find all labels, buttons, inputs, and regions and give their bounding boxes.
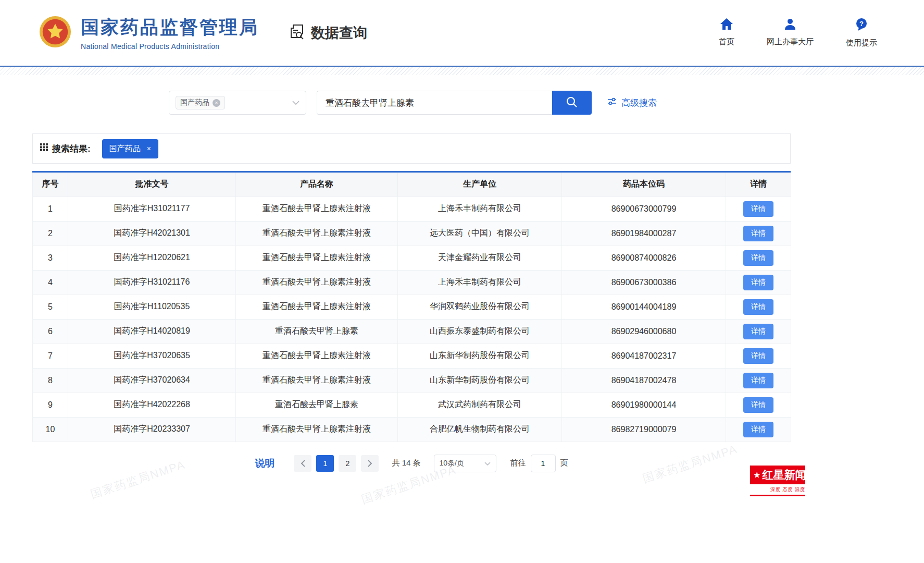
cell-approval-number: 国药准字H42022268 — [68, 393, 236, 417]
redstar-underline — [750, 495, 805, 496]
cell-product-name: 重酒石酸去甲肾上腺素注射液 — [236, 270, 398, 295]
advanced-search-link[interactable]: 高级搜索 — [607, 97, 657, 109]
detail-button[interactable]: 详情 — [743, 422, 773, 437]
cell-detail: 详情 — [726, 368, 791, 393]
cell-approval-number: 国药准字H14020819 — [68, 319, 236, 344]
cell-product-name: 重酒石酸去甲肾上腺素注射液 — [236, 197, 398, 221]
org-name-cn: 国家药品监督管理局 — [81, 15, 259, 40]
cell-detail: 详情 — [726, 246, 791, 270]
svg-text:?: ? — [859, 20, 864, 28]
cell-approval-number: 国药准字H37020634 — [68, 368, 236, 393]
search-input[interactable] — [317, 91, 552, 115]
results-filter-tag: 国产药品 × — [102, 139, 158, 158]
cell-product-name: 重酒石酸去甲肾上腺素注射液 — [236, 368, 398, 393]
goto-page-input[interactable] — [531, 455, 556, 472]
cell-product-name: 重酒石酸去甲肾上腺素注射液 — [236, 221, 398, 246]
cell-detail: 详情 — [726, 270, 791, 295]
cell-approval-number: 国药准字H31021177 — [68, 197, 236, 221]
nav-home[interactable]: 首页 — [719, 18, 734, 48]
cell-drug-code: 86900874000826 — [562, 246, 726, 270]
detail-button[interactable]: 详情 — [743, 226, 773, 241]
decorative-hatch-strip — [0, 67, 924, 75]
table-row: 10国药准字H20233307重酒石酸去甲肾上腺素注射液合肥亿帆生物制药有限公司… — [33, 417, 791, 442]
cell-product-name: 重酒石酸去甲肾上腺素注射液 — [236, 295, 398, 319]
cell-drug-code: 86900673000799 — [562, 197, 726, 221]
data-query-icon — [289, 23, 306, 43]
cell-product-name: 重酒石酸去甲肾上腺素注射液 — [236, 417, 398, 442]
page-size-select[interactable]: 10条/页 — [434, 455, 496, 472]
detail-button[interactable]: 详情 — [743, 373, 773, 388]
nmpa-logo[interactable]: 国家药品监督管理局 National Medical Products Admi… — [39, 15, 259, 51]
cell-index: 2 — [33, 221, 68, 246]
page-title: 数据查询 — [289, 23, 367, 43]
cell-manufacturer: 合肥亿帆生物制药有限公司 — [398, 417, 562, 442]
results-bar: 搜索结果: 国产药品 × — [32, 133, 791, 164]
redstar-tagline: 深度 态度 温度 — [750, 486, 805, 493]
cell-manufacturer: 武汉武药制药有限公司 — [398, 393, 562, 417]
col-detail: 详情 — [726, 173, 791, 197]
page-button-2[interactable]: 2 — [339, 455, 356, 472]
cell-index: 9 — [33, 393, 68, 417]
cell-detail: 详情 — [726, 295, 791, 319]
chevron-down-icon[interactable] — [292, 101, 299, 105]
detail-button[interactable]: 详情 — [743, 348, 773, 364]
cell-detail: 详情 — [726, 221, 791, 246]
cell-manufacturer: 上海禾丰制药有限公司 — [398, 197, 562, 221]
detail-button[interactable]: 详情 — [743, 201, 773, 217]
cell-drug-code: 86900673000386 — [562, 270, 726, 295]
next-page-button[interactable] — [361, 455, 379, 472]
cell-approval-number: 国药准字H31021176 — [68, 270, 236, 295]
detail-button[interactable]: 详情 — [743, 324, 773, 339]
page-button-1[interactable]: 1 — [316, 455, 334, 472]
national-emblem-icon — [39, 16, 71, 50]
cell-manufacturer: 上海禾丰制药有限公司 — [398, 270, 562, 295]
close-icon[interactable]: × — [147, 145, 151, 152]
col-product-name: 产品名称 — [236, 173, 398, 197]
category-tag: 国产药品 × — [176, 96, 225, 109]
redstar-news-logo: ★ 红星新闻 深度 态度 温度 — [750, 466, 805, 496]
table-header-row: 序号 批准文号 产品名称 生产单位 药品本位码 详情 — [33, 173, 791, 197]
nav-usage-tips[interactable]: ? 使用提示 — [846, 18, 877, 48]
table-body: 1国药准字H31021177重酒石酸去甲肾上腺素注射液上海禾丰制药有限公司869… — [33, 197, 791, 442]
category-tag-remove-icon[interactable]: × — [213, 99, 220, 107]
cell-approval-number: 国药准字H11020535 — [68, 295, 236, 319]
cell-detail: 详情 — [726, 319, 791, 344]
org-name-en: National Medical Products Administration — [81, 42, 259, 51]
nav-service-hall[interactable]: 网上办事大厅 — [767, 18, 814, 48]
table-row: 1国药准字H31021177重酒石酸去甲肾上腺素注射液上海禾丰制药有限公司869… — [33, 197, 791, 221]
results-table: 序号 批准文号 产品名称 生产单位 药品本位码 详情 1国药准字H3102117… — [32, 171, 791, 442]
cell-product-name: 重酒石酸去甲肾上腺素注射液 — [236, 344, 398, 368]
note-link[interactable]: 说明 — [255, 457, 274, 470]
star-icon: ★ — [754, 471, 760, 479]
search-button[interactable] — [552, 91, 592, 115]
pagination: 说明 1 2 共 14 条 10条/页 前往 页 — [32, 455, 791, 472]
header: 国家药品监督管理局 National Medical Products Admi… — [0, 0, 924, 67]
search-icon — [566, 96, 578, 110]
detail-button[interactable]: 详情 — [743, 397, 773, 413]
prev-page-button[interactable] — [294, 455, 311, 472]
detail-button[interactable]: 详情 — [743, 299, 773, 315]
cell-detail: 详情 — [726, 417, 791, 442]
grid-icon — [40, 143, 48, 154]
goto-page: 前往 页 — [510, 455, 568, 472]
category-select[interactable]: 国产药品 × — [169, 91, 306, 115]
cell-drug-code: 86902946000680 — [562, 319, 726, 344]
cell-approval-number: 国药准字H42021301 — [68, 221, 236, 246]
search-input-group — [317, 91, 592, 115]
cell-manufacturer: 远大医药（中国）有限公司 — [398, 221, 562, 246]
cell-drug-code: 86904187002317 — [562, 344, 726, 368]
table-row: 3国药准字H12020621重酒石酸去甲肾上腺素注射液天津金耀药业有限公司869… — [33, 246, 791, 270]
help-icon: ? — [855, 18, 868, 33]
person-icon — [784, 18, 796, 32]
cell-manufacturer: 华润双鹤药业股份有限公司 — [398, 295, 562, 319]
cell-index: 5 — [33, 295, 68, 319]
chevron-down-icon — [484, 459, 491, 468]
home-icon — [720, 18, 733, 32]
col-manufacturer: 生产单位 — [398, 173, 562, 197]
cell-index: 10 — [33, 417, 68, 442]
total-count: 共 14 条 — [392, 458, 420, 468]
cell-manufacturer: 天津金耀药业有限公司 — [398, 246, 562, 270]
detail-button[interactable]: 详情 — [743, 250, 773, 266]
cell-drug-code: 86901980000144 — [562, 393, 726, 417]
detail-button[interactable]: 详情 — [743, 275, 773, 290]
